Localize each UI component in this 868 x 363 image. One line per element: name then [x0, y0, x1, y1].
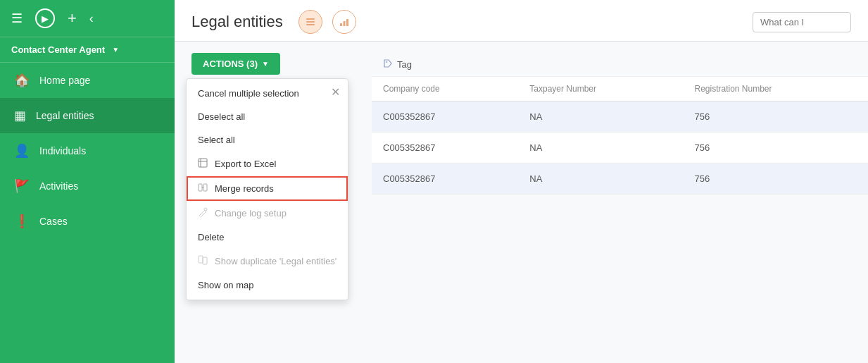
dropdown-item-merge-records[interactable]: Merge records [187, 176, 348, 201]
merge-records-label: Merge records [215, 183, 274, 194]
svg-rect-13 [199, 256, 203, 263]
plus-icon[interactable]: + [68, 11, 77, 26]
tag-label: Tag [397, 59, 412, 70]
data-table: Company code Taxpayer Number Registratio… [372, 77, 868, 195]
sidebar-item-label: Cases [39, 216, 68, 227]
what-can-input[interactable] [753, 12, 851, 32]
main-content: Legal entities ACTIONS (3) ▼ ✕ [175, 0, 868, 363]
actions-button[interactable]: ACTIONS (3) ▼ [191, 53, 280, 75]
content-area: ACTIONS (3) ▼ ✕ Cancel multiple selectio… [175, 42, 868, 363]
cancel-selection-label: Cancel multiple selection [198, 88, 299, 99]
svg-rect-10 [203, 184, 207, 191]
sidebar-item-label: Individuals [39, 145, 86, 156]
cell-registration: 756 [683, 101, 868, 133]
dropdown-item-show-on-map[interactable]: Show on map [187, 273, 348, 297]
svg-rect-1 [306, 21, 315, 23]
agent-label: Contact Center Agent [11, 44, 105, 55]
play-icon[interactable]: ▶ [35, 8, 55, 28]
sidebar-item-individuals[interactable]: 👤 Individuals [0, 133, 175, 168]
svg-rect-5 [346, 19, 348, 26]
export-excel-label: Export to Excel [215, 159, 276, 169]
actions-caret-icon: ▼ [262, 60, 269, 68]
dropdown-close-button[interactable]: ✕ [328, 85, 342, 99]
table-area: Tag Company code Taxpayer Number Registr… [372, 53, 868, 363]
svg-rect-3 [340, 23, 342, 26]
actions-label: ACTIONS (3) [203, 59, 258, 69]
show-duplicate-icon [198, 255, 208, 267]
export-excel-icon [198, 158, 208, 170]
tag-icon [383, 59, 393, 70]
sidebar-item-label: Legal entities [36, 110, 94, 121]
sidebar-item-label: Home page [39, 75, 90, 86]
show-on-map-label: Show on map [198, 280, 254, 290]
deselect-all-label: Deselect all [198, 111, 245, 122]
page-title: Legal entities [191, 13, 283, 31]
cell-registration: 756 [683, 164, 868, 195]
actions-dropdown-menu: ✕ Cancel multiple selection Deselect all… [186, 78, 348, 300]
select-all-label: Select all [198, 135, 235, 145]
sidebar-top-bar: ☰ ▶ + ‹ [0, 0, 175, 37]
merge-records-icon [198, 183, 208, 195]
sidebar: ☰ ▶ + ‹ Contact Center Agent ▼ 🏠 Home pa… [0, 0, 175, 363]
main-header: Legal entities [175, 0, 868, 42]
col-registration: Registration Number [683, 77, 868, 101]
dropdown-item-cancel-selection[interactable]: Cancel multiple selection [187, 82, 348, 105]
table-row[interactable]: C005352867 NA 756 [372, 164, 868, 195]
sidebar-item-cases[interactable]: ❗ Cases [0, 204, 175, 239]
table-row[interactable]: C005352867 NA 756 [372, 101, 868, 133]
svg-rect-9 [199, 184, 202, 191]
back-icon[interactable]: ‹ [89, 12, 94, 25]
list-view-button[interactable] [298, 10, 322, 34]
sidebar-item-activities[interactable]: 🚩 Activities [0, 168, 175, 204]
cell-company-code: C005352867 [372, 164, 518, 195]
cell-company-code: C005352867 [372, 101, 518, 133]
cell-taxpayer: NA [518, 101, 683, 133]
dropdown-item-export-excel[interactable]: Export to Excel [187, 152, 348, 176]
cell-company-code: C005352867 [372, 133, 518, 164]
dropdown-item-delete[interactable]: Delete [187, 226, 348, 249]
change-log-label: Change log setup [215, 208, 287, 219]
sidebar-item-home[interactable]: 🏠 Home page [0, 63, 175, 98]
dropdown-item-show-duplicate: Show duplicate 'Legal entities' [187, 249, 348, 273]
svg-rect-6 [199, 159, 207, 167]
menu-icon[interactable]: ☰ [11, 12, 23, 25]
svg-point-15 [386, 61, 387, 63]
dropdown-item-select-all[interactable]: Select all [187, 128, 348, 152]
tag-row: Tag [372, 53, 868, 77]
home-icon: 🏠 [14, 73, 30, 88]
svg-rect-4 [343, 21, 345, 26]
activities-icon: 🚩 [14, 178, 30, 194]
svg-rect-0 [306, 18, 315, 20]
show-duplicate-label: Show duplicate 'Legal entities' [215, 256, 336, 266]
individuals-icon: 👤 [14, 143, 30, 159]
table-row[interactable]: C005352867 NA 756 [372, 133, 868, 164]
cell-registration: 756 [683, 133, 868, 164]
delete-label: Delete [198, 232, 225, 242]
chart-view-icon [339, 16, 350, 27]
svg-rect-14 [203, 257, 207, 264]
chevron-down-icon: ▼ [112, 46, 119, 54]
col-company-code: Company code [372, 77, 518, 101]
chart-view-button[interactable] [332, 10, 356, 34]
svg-rect-2 [306, 24, 315, 25]
agent-selector[interactable]: Contact Center Agent ▼ [0, 37, 175, 63]
dropdown-item-change-log: Change log setup [187, 201, 348, 226]
sidebar-item-legal-entities[interactable]: ▦ Legal entities [0, 98, 175, 133]
cell-taxpayer: NA [518, 133, 683, 164]
dropdown-item-deselect-all[interactable]: Deselect all [187, 105, 348, 128]
table-header-row: Company code Taxpayer Number Registratio… [372, 77, 868, 101]
sidebar-item-label: Activities [39, 180, 78, 192]
change-log-icon [198, 207, 208, 219]
cases-icon: ❗ [14, 214, 30, 229]
list-view-icon [305, 16, 316, 27]
legal-entities-icon: ▦ [14, 108, 26, 123]
cell-taxpayer: NA [518, 164, 683, 195]
col-taxpayer: Taxpayer Number [518, 77, 683, 101]
